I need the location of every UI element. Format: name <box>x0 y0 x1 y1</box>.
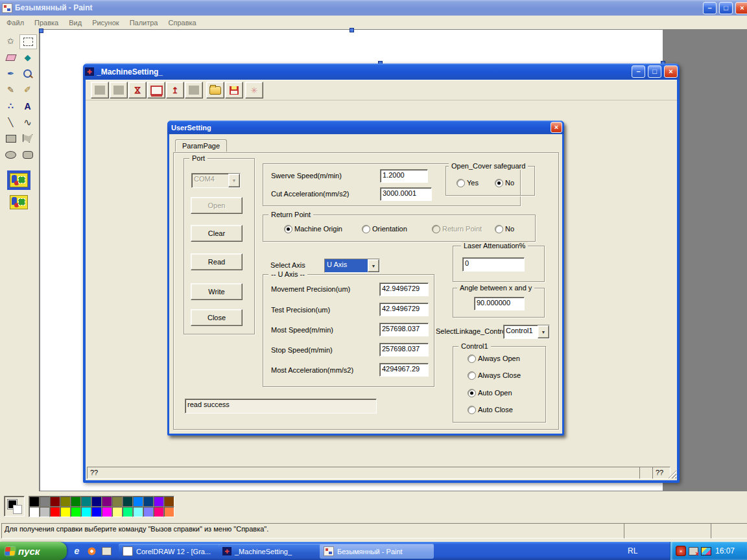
tool-free-form-select-button[interactable]: ✩ <box>3 34 19 48</box>
paint-close-button[interactable]: × <box>735 2 747 14</box>
palette-swatch[interactable] <box>49 506 60 517</box>
test-precision-field[interactable]: 42.9496729 <box>379 303 429 316</box>
toolbar-origin-button[interactable]: ↥ <box>166 82 184 99</box>
palette-swatch[interactable] <box>80 496 91 507</box>
tool-ellipse-button[interactable] <box>3 148 19 161</box>
palette-swatch[interactable] <box>122 496 133 507</box>
always-open-radio[interactable] <box>468 355 476 363</box>
palette-swatch[interactable] <box>91 506 102 517</box>
port-dropdown-icon[interactable]: ▼ <box>228 174 240 187</box>
selection-handle-top-left[interactable] <box>39 29 43 33</box>
paint-maximize-button[interactable]: □ <box>719 2 733 14</box>
palette-swatch[interactable] <box>163 506 174 517</box>
menu-view[interactable]: Вид <box>64 17 87 29</box>
machinesetting-close-button[interactable]: × <box>664 65 678 78</box>
linkage-combobox[interactable]: Control1 ▼ <box>503 325 550 339</box>
display-settings-icon[interactable] <box>701 547 711 555</box>
palette-swatch[interactable] <box>132 496 143 507</box>
selection-option-opaque[interactable] <box>7 170 30 190</box>
update-error-icon[interactable] <box>689 547 698 555</box>
palette-swatch[interactable] <box>122 506 133 517</box>
paint-minimize-button[interactable]: – <box>703 2 717 14</box>
media-player-icon[interactable] <box>85 544 99 558</box>
palette-swatch[interactable] <box>29 496 40 507</box>
tool-curve-button[interactable]: ∿ <box>19 115 36 129</box>
quick-launch-3-icon[interactable] <box>100 544 113 558</box>
tool-line-button[interactable]: ╲ <box>3 115 19 129</box>
language-indicator[interactable]: RL <box>628 546 637 555</box>
palette-swatch[interactable] <box>143 506 154 517</box>
taskbar-button-machinesetting[interactable]: ✚ _MachineSetting_ <box>219 544 324 559</box>
toolbar-laser-spot-button[interactable]: ✳ <box>245 82 263 99</box>
tool-pencil-button[interactable]: ✎ <box>3 83 19 97</box>
palette-swatch[interactable] <box>101 506 112 517</box>
tool-airbrush-button[interactable]: ∴ <box>3 99 19 113</box>
tool-magnifier-button[interactable] <box>19 67 36 80</box>
tool-select-button[interactable] <box>19 34 37 49</box>
menu-image[interactable]: Рисунок <box>87 17 124 29</box>
machinesetting-minimize-button[interactable]: – <box>632 65 645 78</box>
most-speed-field[interactable]: 257698.037 <box>379 323 429 336</box>
palette-swatch[interactable] <box>112 496 123 507</box>
taskbar-button-coreldraw[interactable]: CorelDRAW 12 - [Gra... <box>119 544 222 559</box>
port-combobox[interactable]: COM4 ▼ <box>191 173 241 188</box>
stop-speed-field[interactable]: 257698.037 <box>379 343 429 356</box>
cover-no-radio[interactable] <box>495 179 503 187</box>
cut-acceleration-field[interactable]: 3000.0001 <box>380 187 432 201</box>
return-point-radio[interactable] <box>432 225 440 233</box>
palette-swatch[interactable] <box>60 506 71 517</box>
palette-swatch[interactable] <box>91 496 102 507</box>
tool-rectangle-button[interactable] <box>3 132 19 145</box>
internet-explorer-icon[interactable]: e <box>70 544 84 558</box>
tab-parampage[interactable]: ParamPage <box>175 139 227 152</box>
open-button[interactable]: Open <box>191 197 243 214</box>
palette-swatch[interactable] <box>163 496 174 507</box>
palette-swatch[interactable] <box>101 496 112 507</box>
auto-open-radio[interactable] <box>468 389 476 397</box>
taskbar-button-paint[interactable]: Безымянный - Paint <box>320 544 434 559</box>
palette-swatch[interactable] <box>49 496 60 507</box>
machinesetting-maximize-button[interactable]: □ <box>648 65 661 78</box>
start-button[interactable]: пуск <box>0 542 67 560</box>
palette-swatch[interactable] <box>60 496 71 507</box>
machine-origin-radio[interactable] <box>284 225 292 233</box>
usersetting-close-button[interactable]: × <box>551 122 562 133</box>
menu-edit[interactable]: Правка <box>29 17 64 29</box>
swerve-speed-field[interactable]: 1.2000 <box>380 169 428 183</box>
laser-attenuation-field[interactable]: 0 <box>462 257 525 272</box>
linkage-dropdown-icon[interactable]: ▼ <box>538 325 549 338</box>
palette-swatch[interactable] <box>132 506 143 517</box>
dialog-status-field[interactable]: read success <box>185 399 377 414</box>
palette-swatch[interactable] <box>39 496 50 507</box>
palette-swatch[interactable] <box>70 496 81 507</box>
security-shield-icon[interactable]: × <box>676 546 686 556</box>
palette-swatch[interactable] <box>153 506 164 517</box>
toolbar-save-button[interactable] <box>225 82 243 99</box>
toolbar-screen-button[interactable] <box>147 82 165 99</box>
tool-text-button[interactable]: A <box>19 99 36 113</box>
palette-swatch[interactable] <box>112 506 123 517</box>
toolbar-open-button[interactable] <box>206 82 224 99</box>
menu-help[interactable]: Справка <box>163 17 202 29</box>
select-axis-dropdown-icon[interactable]: ▼ <box>368 259 379 272</box>
select-axis-combobox[interactable]: U Axis ▼ <box>324 259 380 273</box>
selection-option-transparent[interactable] <box>7 192 30 212</box>
close-button[interactable]: Close <box>191 309 243 326</box>
tool-fill-button[interactable]: ◆ <box>19 51 36 64</box>
palette-swatch[interactable] <box>70 506 81 517</box>
menu-palette[interactable]: Палитра <box>124 17 163 29</box>
cover-yes-radio[interactable] <box>456 179 465 187</box>
toolbar-transform-button[interactable]: ⋈ <box>128 82 147 99</box>
toolbar-blank-3-button[interactable] <box>185 82 203 99</box>
orientation-radio[interactable] <box>362 225 370 233</box>
always-close-radio[interactable] <box>468 371 476 380</box>
selection-handle-top-center[interactable] <box>350 28 354 32</box>
tool-polygon-button[interactable] <box>19 132 36 145</box>
palette-swatch[interactable] <box>143 496 154 507</box>
read-button[interactable]: Read <box>191 253 243 270</box>
write-button[interactable]: Write <box>191 283 243 300</box>
palette-swatch[interactable] <box>39 506 50 517</box>
toolbar-blank-2-button[interactable] <box>110 82 128 99</box>
machine-resize-grip[interactable] <box>668 470 676 478</box>
tool-rounded-rectangle-button[interactable] <box>19 148 36 161</box>
